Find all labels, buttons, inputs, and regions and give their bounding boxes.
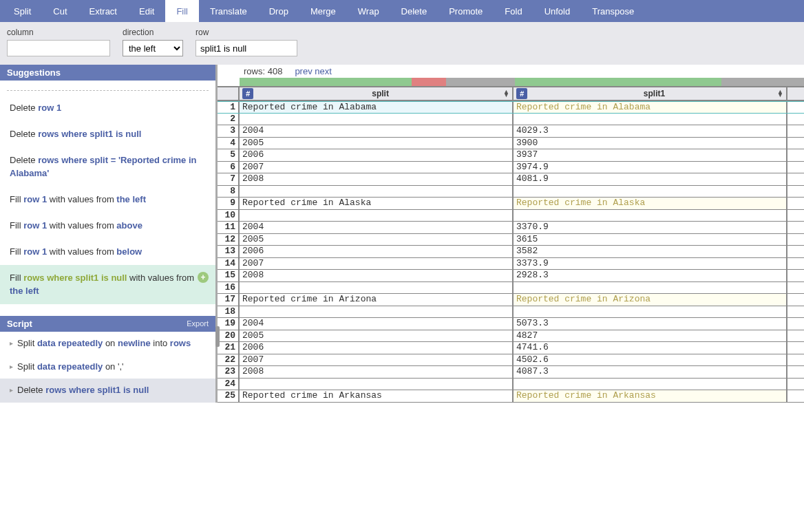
toolbar-extract[interactable]: Extract — [78, 0, 128, 22]
toolbar-wrap[interactable]: Wrap — [347, 0, 390, 22]
table-row[interactable]: 8 — [218, 186, 804, 198]
cell[interactable]: 2005 — [240, 138, 514, 149]
cell[interactable]: Reported crime in Arkansas — [514, 390, 787, 402]
cell[interactable] — [240, 186, 514, 198]
cell[interactable]: 4081.9 — [514, 173, 787, 185]
cell[interactable] — [514, 186, 787, 198]
toolbar-delete[interactable]: Delete — [390, 0, 438, 22]
suggestion-item[interactable]: Delete rows where split1 is null — [0, 121, 215, 147]
next-link[interactable]: next — [315, 66, 332, 76]
table-row[interactable]: 18 — [218, 306, 804, 319]
direction-select[interactable]: the left — [123, 40, 183, 56]
script-item[interactable]: ▸Split data repeatedly on newline into r… — [0, 332, 215, 355]
cell[interactable]: 4502.6 — [514, 354, 787, 366]
toolbar-cut[interactable]: Cut — [42, 0, 78, 22]
cell[interactable] — [514, 306, 787, 318]
table-row[interactable]: 720084081.9 — [218, 173, 804, 186]
cell[interactable] — [514, 379, 787, 390]
column-header-split[interactable]: #split▲▼ — [240, 87, 514, 100]
cell[interactable] — [240, 210, 514, 222]
table-row[interactable]: 2320084087.3 — [218, 366, 804, 379]
table-row[interactable]: 1520082928.3 — [218, 270, 804, 282]
toolbar-unfold[interactable]: Unfold — [533, 0, 582, 22]
cell[interactable]: 3900 — [514, 138, 787, 149]
cell[interactable]: 2008 — [240, 270, 514, 281]
suggestion-item[interactable]: Fill row 1 with values from below — [0, 239, 215, 265]
table-row[interactable]: 16 — [218, 282, 804, 295]
table-row[interactable]: 2020054827 — [218, 330, 804, 343]
cell[interactable]: 5073.3 — [514, 318, 787, 330]
cell[interactable]: Reported crime in Alaska — [240, 198, 514, 209]
toolbar-fill[interactable]: Fill — [165, 0, 199, 22]
table-row[interactable]: 2120064741.6 — [218, 342, 804, 354]
cell[interactable]: 4029.3 — [514, 125, 787, 137]
column-header-split1[interactable]: #split1▲▼ — [514, 87, 787, 100]
table-row[interactable]: 1420073373.9 — [218, 258, 804, 270]
cell[interactable] — [514, 114, 787, 125]
cell[interactable]: 3370.9 — [514, 222, 787, 233]
toolbar-edit[interactable]: Edit — [128, 0, 165, 22]
expand-icon[interactable]: ▸ — [10, 362, 13, 373]
toolbar-transpose[interactable]: Transpose — [581, 0, 645, 22]
cell[interactable] — [240, 306, 514, 318]
cell[interactable]: 2006 — [240, 149, 514, 161]
table-row[interactable]: 9Reported crime in AlaskaReported crime … — [218, 198, 804, 210]
toolbar-translate[interactable]: Translate — [199, 0, 258, 22]
table-row[interactable]: 620073974.9 — [218, 162, 804, 174]
cell[interactable]: 2007 — [240, 162, 514, 173]
toolbar-merge[interactable]: Merge — [299, 0, 347, 22]
toolbar-drop[interactable]: Drop — [258, 0, 299, 22]
prev-link[interactable]: prev — [295, 66, 312, 76]
cell[interactable]: Reported crime in Arkansas — [240, 390, 514, 402]
table-row[interactable]: 2220074502.6 — [218, 354, 804, 367]
cell[interactable]: 2008 — [240, 173, 514, 185]
add-icon[interactable]: + — [198, 272, 209, 283]
cell[interactable]: 4827 — [514, 330, 787, 342]
expand-icon[interactable]: ▸ — [10, 339, 13, 350]
sidebar-resize-handle[interactable] — [215, 326, 220, 347]
toolbar-fold[interactable]: Fold — [494, 0, 533, 22]
cell[interactable]: Reported crime in Arizona — [240, 294, 514, 306]
cell[interactable]: 3373.9 — [514, 258, 787, 270]
cell[interactable]: 2004 — [240, 222, 514, 233]
cell[interactable]: Reported crime in Alaska — [514, 198, 787, 209]
cell[interactable]: 2007 — [240, 258, 514, 270]
table-row[interactable]: 1320063582 — [218, 246, 804, 258]
script-item[interactable]: ▸Split data repeatedly on ',' — [0, 355, 215, 379]
cell[interactable]: 2928.3 — [514, 270, 787, 281]
sort-icon[interactable]: ▲▼ — [777, 90, 786, 98]
table-row[interactable]: 17Reported crime in ArizonaReported crim… — [218, 294, 804, 306]
suggestion-item[interactable]: Delete row 1 — [0, 95, 215, 121]
minimap[interactable] — [240, 78, 804, 86]
cell[interactable]: 3974.9 — [514, 162, 787, 173]
cell[interactable]: Reported crime in Alabama — [240, 102, 514, 113]
cell[interactable]: 3582 — [514, 246, 787, 257]
toolbar-promote[interactable]: Promote — [438, 0, 494, 22]
table-row[interactable]: 520063937 — [218, 149, 804, 162]
sort-icon[interactable]: ▲▼ — [503, 90, 512, 98]
suggestion-item[interactable]: Delete rows where split = 'Reported crim… — [0, 147, 215, 186]
cell[interactable]: 4087.3 — [514, 366, 787, 378]
cell[interactable]: 2006 — [240, 342, 514, 354]
cell[interactable] — [240, 114, 514, 125]
suggestion-item[interactable]: Fill row 1 with values from above — [0, 213, 215, 239]
cell[interactable] — [240, 282, 514, 294]
script-item[interactable]: ▸Delete rows where split1 is null — [0, 379, 215, 402]
cell[interactable]: Reported crime in Alabama — [514, 102, 787, 113]
suggestion-item[interactable]: Fill rows where split1 is null with valu… — [0, 265, 215, 304]
cell[interactable]: 2004 — [240, 125, 514, 137]
cell[interactable] — [240, 379, 514, 390]
column-input[interactable] — [7, 40, 110, 56]
cell[interactable]: 2008 — [240, 366, 514, 378]
cell[interactable]: 2006 — [240, 246, 514, 257]
table-row[interactable]: 1920045073.3 — [218, 318, 804, 330]
table-row[interactable]: 1220053615 — [218, 234, 804, 246]
table-row[interactable]: 1Reported crime in AlabamaReported crime… — [218, 101, 804, 114]
cell[interactable]: 3937 — [514, 149, 787, 161]
cell[interactable]: 3615 — [514, 234, 787, 246]
row-input[interactable] — [195, 40, 297, 56]
table-row[interactable]: 2 — [218, 114, 804, 126]
suggestion-item[interactable]: Fill row 1 with values from the left — [0, 187, 215, 213]
cell[interactable]: 2005 — [240, 330, 514, 342]
cell[interactable]: 2007 — [240, 354, 514, 366]
